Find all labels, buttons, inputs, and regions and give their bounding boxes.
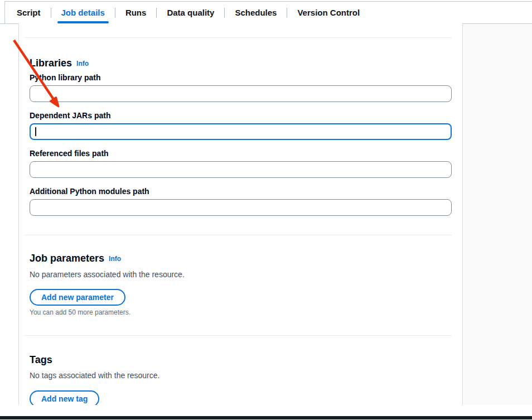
referenced-files-path-input[interactable] [30,161,452,178]
tab-job-details[interactable]: Job details [51,2,115,23]
tab-script-label: Script [17,8,41,17]
tags-empty-text: No tags associated with the resource. [30,371,452,380]
job-parameters-heading: Job parametersInfo [30,253,452,264]
job-parameters-section: Job parametersInfo No parameters associa… [30,253,452,316]
dependent-jars-path-label: Dependent JARs path [30,112,452,119]
job-parameters-info-link[interactable]: Info [109,255,121,263]
tab-runs-label: Runs [125,8,147,17]
tags-heading: Tags [30,355,452,365]
job-details-panel: LibrariesInfo Python library path Depend… [18,23,463,405]
libraries-info-link[interactable]: Info [76,60,89,67]
tags-section: Tags No tags associated with the resourc… [30,355,452,405]
job-parameters-empty-text: No parameters associated with the resour… [30,271,452,279]
libraries-title: Libraries [30,57,72,69]
section-divider [24,235,452,235]
additional-python-modules-path-input[interactable] [30,199,452,216]
tab-version-control[interactable]: Version Control [287,2,370,23]
section-divider [24,335,452,336]
referenced-files-path-label: Referenced files path [30,149,452,157]
tab-runs[interactable]: Runs [115,2,157,23]
add-new-tag-button[interactable]: Add new tag [30,390,99,405]
dependent-jars-path-input[interactable] [30,123,452,140]
tab-schedules[interactable]: Schedules [225,2,287,23]
libraries-heading: LibrariesInfo [30,58,452,69]
add-new-parameter-button[interactable]: Add new parameter [30,289,125,306]
window-bottom-bar [0,416,532,419]
tab-data-quality[interactable]: Data quality [157,2,224,23]
tab-data-quality-label: Data quality [167,8,214,17]
tab-bar: Script Job details Runs Data quality Sch… [4,1,532,23]
python-library-path-label: Python library path [30,74,452,81]
tab-version-control-label: Version Control [297,8,360,17]
section-divider [24,37,452,38]
additional-python-modules-path-label: Additional Python modules path [30,187,452,195]
right-gutter [463,24,532,405]
libraries-section: LibrariesInfo Python library path Depend… [30,58,452,216]
tab-script[interactable]: Script [7,2,51,23]
tab-job-details-label: Job details [61,8,105,17]
job-parameters-hint-text: You can add 50 more parameters. [30,309,452,316]
text-cursor [35,127,36,136]
python-library-path-input[interactable] [30,85,452,102]
job-parameters-title: Job parameters [30,253,104,264]
tab-schedules-label: Schedules [235,8,277,17]
